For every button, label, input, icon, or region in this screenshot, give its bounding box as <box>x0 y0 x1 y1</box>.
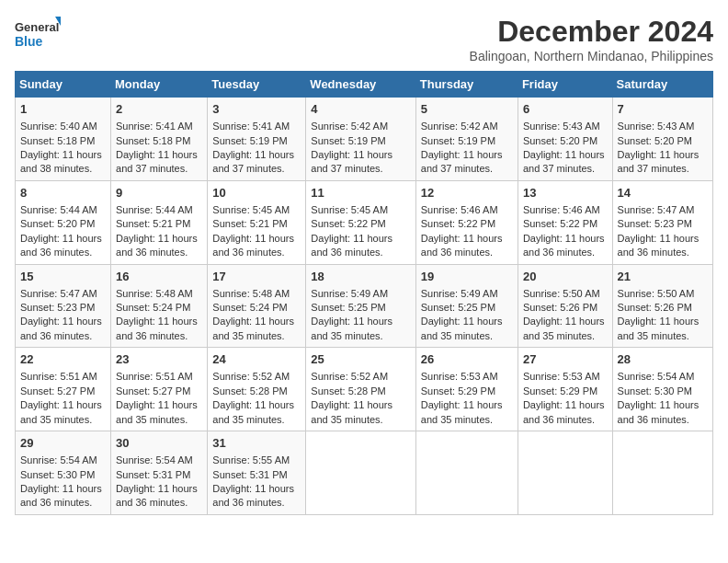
sunset-text: Sunset: 5:26 PM <box>618 302 692 313</box>
daylight-text: Daylight: 11 hours and 36 minutes. <box>523 233 605 258</box>
daylight-text: Daylight: 11 hours and 36 minutes. <box>212 233 294 258</box>
sunrise-text: Sunrise: 5:49 AM <box>421 288 498 299</box>
daylight-text: Daylight: 11 hours and 36 minutes. <box>20 316 102 340</box>
daylight-text: Daylight: 11 hours and 35 minutes. <box>311 399 392 424</box>
calendar-cell: 12Sunrise: 5:46 AMSunset: 5:22 PMDayligh… <box>415 180 518 264</box>
sunrise-text: Sunrise: 5:53 AM <box>523 371 600 382</box>
sunset-text: Sunset: 5:18 PM <box>20 135 95 146</box>
sunrise-text: Sunrise: 5:43 AM <box>523 121 600 132</box>
week-row-1: 1Sunrise: 5:40 AMSunset: 5:18 PMDaylight… <box>16 98 713 181</box>
day-header-monday: Monday <box>111 72 208 98</box>
calendar-cell: 21Sunrise: 5:50 AMSunset: 5:26 PMDayligh… <box>612 264 712 348</box>
calendar-cell: 11Sunrise: 5:45 AMSunset: 5:22 PMDayligh… <box>306 180 415 264</box>
day-number: 1 <box>20 101 106 118</box>
daylight-text: Daylight: 11 hours and 35 minutes. <box>20 399 102 424</box>
day-number: 18 <box>311 269 410 285</box>
daylight-text: Daylight: 11 hours and 35 minutes. <box>212 399 294 424</box>
calendar-cell: 1Sunrise: 5:40 AMSunset: 5:18 PMDaylight… <box>16 98 111 181</box>
sunrise-text: Sunrise: 5:45 AM <box>311 204 388 215</box>
sunset-text: Sunset: 5:26 PM <box>523 302 597 313</box>
day-number: 13 <box>523 185 608 201</box>
day-number: 4 <box>311 101 410 118</box>
sunrise-text: Sunrise: 5:52 AM <box>311 371 388 382</box>
day-header-sunday: Sunday <box>16 72 111 98</box>
daylight-text: Daylight: 11 hours and 36 minutes. <box>116 483 198 508</box>
sunset-text: Sunset: 5:19 PM <box>212 135 287 146</box>
sunset-text: Sunset: 5:27 PM <box>116 385 190 396</box>
daylight-text: Daylight: 11 hours and 36 minutes. <box>212 483 294 508</box>
daylight-text: Daylight: 11 hours and 37 minutes. <box>618 149 700 174</box>
svg-text:Blue: Blue <box>15 34 43 49</box>
calendar-cell <box>518 431 612 515</box>
daylight-text: Daylight: 11 hours and 37 minutes. <box>311 149 392 174</box>
calendar-cell: 9Sunrise: 5:44 AMSunset: 5:21 PMDaylight… <box>111 180 208 264</box>
sunset-text: Sunset: 5:20 PM <box>523 135 597 146</box>
calendar-cell <box>612 431 712 515</box>
day-number: 30 <box>116 435 202 452</box>
sunset-text: Sunset: 5:25 PM <box>421 302 495 313</box>
daylight-text: Daylight: 11 hours and 36 minutes. <box>116 233 198 258</box>
daylight-text: Daylight: 11 hours and 35 minutes. <box>421 399 503 424</box>
sunset-text: Sunset: 5:21 PM <box>212 218 287 229</box>
sunset-text: Sunset: 5:28 PM <box>311 385 385 396</box>
day-number: 15 <box>20 269 106 285</box>
sunrise-text: Sunrise: 5:54 AM <box>20 454 97 465</box>
sunset-text: Sunset: 5:30 PM <box>20 469 95 480</box>
sunset-text: Sunset: 5:28 PM <box>212 385 287 396</box>
calendar-cell: 24Sunrise: 5:52 AMSunset: 5:28 PMDayligh… <box>208 348 306 431</box>
calendar-cell: 6Sunrise: 5:43 AMSunset: 5:20 PMDaylight… <box>518 98 612 181</box>
sunrise-text: Sunrise: 5:42 AM <box>421 121 498 132</box>
day-number: 19 <box>421 269 513 285</box>
daylight-text: Daylight: 11 hours and 37 minutes. <box>421 149 503 174</box>
calendar-cell: 22Sunrise: 5:51 AMSunset: 5:27 PMDayligh… <box>16 348 111 431</box>
sunset-text: Sunset: 5:22 PM <box>311 218 385 229</box>
calendar-cell: 29Sunrise: 5:54 AMSunset: 5:30 PMDayligh… <box>16 431 111 515</box>
calendar-cell <box>306 431 415 515</box>
page-subtitle: Balingoan, Northern Mindanao, Philippine… <box>470 49 713 63</box>
daylight-text: Daylight: 11 hours and 35 minutes. <box>421 316 503 340</box>
calendar-cell: 4Sunrise: 5:42 AMSunset: 5:19 PMDaylight… <box>306 98 415 181</box>
day-header-wednesday: Wednesday <box>306 72 415 98</box>
calendar-cell: 31Sunrise: 5:55 AMSunset: 5:31 PMDayligh… <box>208 431 306 515</box>
day-number: 25 <box>311 351 410 368</box>
calendar-cell: 23Sunrise: 5:51 AMSunset: 5:27 PMDayligh… <box>111 348 208 431</box>
calendar-table: SundayMondayTuesdayWednesdayThursdayFrid… <box>15 71 713 515</box>
sunrise-text: Sunrise: 5:48 AM <box>116 288 193 299</box>
logo: General Blue <box>15 15 61 53</box>
sunset-text: Sunset: 5:18 PM <box>116 135 190 146</box>
sunset-text: Sunset: 5:23 PM <box>618 218 692 229</box>
calendar-cell <box>415 431 518 515</box>
daylight-text: Daylight: 11 hours and 36 minutes. <box>116 316 198 340</box>
sunrise-text: Sunrise: 5:43 AM <box>618 121 695 132</box>
day-number: 20 <box>523 269 608 285</box>
sunrise-text: Sunrise: 5:50 AM <box>523 288 600 299</box>
calendar-cell: 26Sunrise: 5:53 AMSunset: 5:29 PMDayligh… <box>415 348 518 431</box>
calendar-cell: 3Sunrise: 5:41 AMSunset: 5:19 PMDaylight… <box>208 98 306 181</box>
daylight-text: Daylight: 11 hours and 35 minutes. <box>311 316 392 340</box>
week-row-3: 15Sunrise: 5:47 AMSunset: 5:23 PMDayligh… <box>16 264 713 348</box>
day-number: 31 <box>212 435 301 452</box>
sunrise-text: Sunrise: 5:47 AM <box>618 204 695 215</box>
sunset-text: Sunset: 5:25 PM <box>311 302 385 313</box>
day-number: 5 <box>421 101 513 118</box>
sunset-text: Sunset: 5:20 PM <box>20 218 95 229</box>
day-number: 7 <box>618 101 708 118</box>
sunrise-text: Sunrise: 5:51 AM <box>20 371 97 382</box>
sunrise-text: Sunrise: 5:51 AM <box>116 371 193 382</box>
sunrise-text: Sunrise: 5:44 AM <box>20 204 97 215</box>
day-header-thursday: Thursday <box>415 72 518 98</box>
week-row-4: 22Sunrise: 5:51 AMSunset: 5:27 PMDayligh… <box>16 348 713 431</box>
day-number: 14 <box>618 185 708 201</box>
calendar-cell: 15Sunrise: 5:47 AMSunset: 5:23 PMDayligh… <box>16 264 111 348</box>
day-header-tuesday: Tuesday <box>208 72 306 98</box>
sunrise-text: Sunrise: 5:41 AM <box>212 121 290 132</box>
day-number: 17 <box>212 269 301 285</box>
day-header-saturday: Saturday <box>612 72 712 98</box>
calendar-cell: 10Sunrise: 5:45 AMSunset: 5:21 PMDayligh… <box>208 180 306 264</box>
day-number: 23 <box>116 351 202 368</box>
day-header-friday: Friday <box>518 72 612 98</box>
day-number: 11 <box>311 185 410 201</box>
sunrise-text: Sunrise: 5:53 AM <box>421 371 498 382</box>
daylight-text: Daylight: 11 hours and 35 minutes. <box>618 316 700 340</box>
day-number: 27 <box>523 351 608 368</box>
